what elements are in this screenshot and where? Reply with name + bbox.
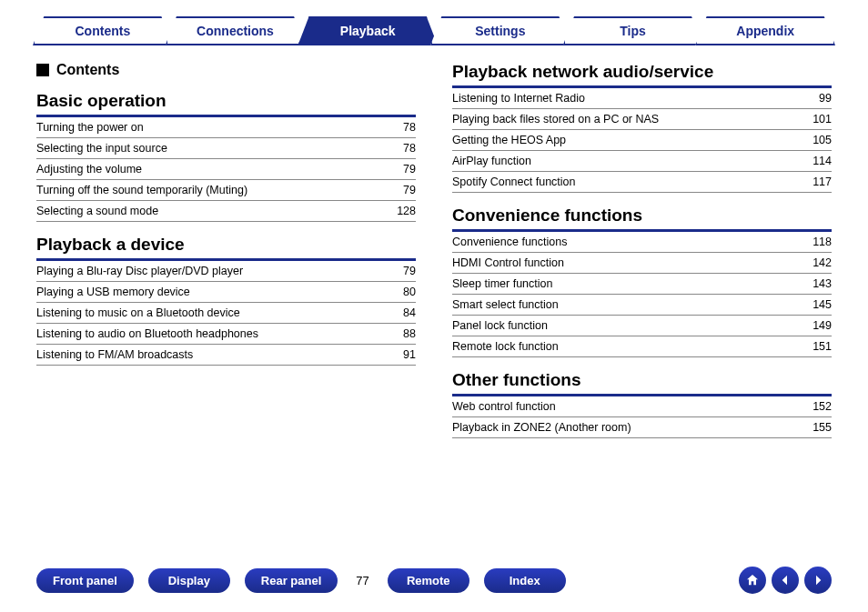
display-button[interactable]: Display [148, 568, 230, 593]
toc-row[interactable]: Listening to FM/AM broadcasts91 [36, 345, 416, 366]
toc-row[interactable]: Sleep timer function143 [452, 274, 832, 295]
toc-row[interactable]: Playing a USB memory device80 [36, 282, 416, 303]
tab-settings[interactable]: Settings [430, 16, 570, 45]
index-button[interactable]: Index [484, 568, 566, 593]
tab-appendix[interactable]: Appendix [695, 16, 835, 45]
prev-page-icon[interactable] [772, 567, 799, 594]
toc-row[interactable]: HDMI Control function142 [452, 253, 832, 274]
toc-row[interactable]: Playing back files stored on a PC or NAS… [452, 109, 832, 130]
home-icon[interactable] [739, 567, 766, 594]
section-playback-device: Playback a device [36, 235, 416, 261]
toc-row[interactable]: Listening to music on a Bluetooth device… [36, 303, 416, 324]
toc-row[interactable]: Getting the HEOS App105 [452, 130, 832, 151]
section-network-audio: Playback network audio/service [452, 62, 832, 88]
toc-row[interactable]: Panel lock function149 [452, 316, 832, 336]
remote-button[interactable]: Remote [388, 568, 469, 593]
toc-row[interactable]: Turning the power on78 [36, 117, 416, 138]
toc-row[interactable]: Adjusting the volume79 [36, 159, 416, 180]
tab-tips[interactable]: Tips [563, 16, 703, 45]
footer-bar: Front panel Display Rear panel 77 Remote… [36, 567, 832, 594]
page-number: 77 [356, 574, 368, 587]
toc-row[interactable]: AirPlay function114 [452, 151, 832, 172]
section-basic-operation: Basic operation [36, 91, 416, 117]
top-tabs: Contents Connections Playback Settings T… [36, 16, 832, 45]
front-panel-button[interactable]: Front panel [36, 568, 134, 593]
section-convenience: Convenience functions [452, 206, 832, 232]
toc-row[interactable]: Listening to audio on Bluetooth headphon… [36, 324, 416, 345]
toc-row[interactable]: Smart select function145 [452, 295, 832, 316]
toc-row[interactable]: Playback in ZONE2 (Another room)155 [452, 417, 832, 438]
tab-contents[interactable]: Contents [33, 16, 173, 45]
toc-row[interactable]: Listening to Internet Radio99 [452, 88, 832, 109]
toc-row[interactable]: Selecting a sound mode128 [36, 201, 416, 222]
contents-header-text: Contents [56, 62, 119, 78]
toc-row[interactable]: Spotify Connect function117 [452, 172, 832, 193]
toc-row[interactable]: Selecting the input source78 [36, 138, 416, 159]
tab-connections[interactable]: Connections [166, 16, 306, 45]
toc-row[interactable]: Web control function152 [452, 396, 832, 417]
right-column: Playback network audio/service Listening… [452, 62, 832, 438]
toc-row[interactable]: Convenience functions118 [452, 232, 832, 253]
square-bullet-icon [36, 64, 49, 76]
toc-row[interactable]: Playing a Blu-ray Disc player/DVD player… [36, 261, 416, 282]
section-other: Other functions [452, 370, 832, 396]
rear-panel-button[interactable]: Rear panel [245, 568, 338, 593]
toc-row[interactable]: Turning off the sound temporarily (Mutin… [36, 180, 416, 201]
left-column: Contents Basic operation Turning the pow… [36, 62, 416, 438]
next-page-icon[interactable] [804, 567, 832, 594]
contents-header: Contents [36, 62, 416, 78]
toc-row[interactable]: Remote lock function151 [452, 336, 832, 357]
tab-playback[interactable]: Playback [298, 16, 438, 45]
